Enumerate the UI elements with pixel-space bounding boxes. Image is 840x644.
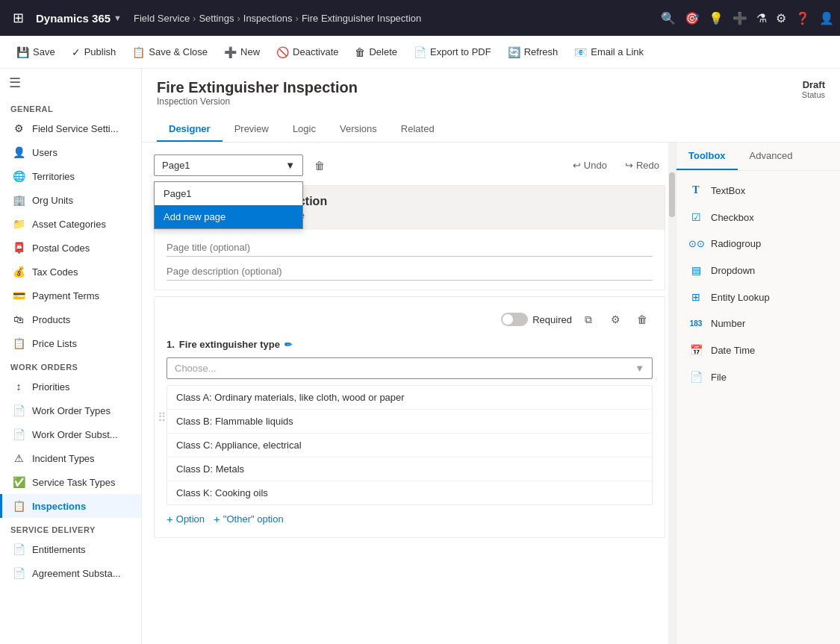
toolbox-tab-toolbox[interactable]: Toolbox xyxy=(676,143,738,170)
sidebar-item-incident-types[interactable]: ⚠Incident Types xyxy=(0,446,141,470)
email-link-button[interactable]: 📧Email a Link xyxy=(567,42,651,63)
toolbox-checkbox[interactable]: ☑ Checkbox xyxy=(676,204,840,231)
record-title: Fire Extinguisher Inspection xyxy=(157,79,358,96)
save-close-button[interactable]: 📋Save & Close xyxy=(125,42,215,63)
designer-area: Page1 ▼ Page1 Add new page 🗑 xyxy=(142,143,840,644)
top-navigation: ⊞ Dynamics 365 ▼ Field Service › Setting… xyxy=(0,0,840,36)
page-title-input[interactable] xyxy=(167,239,653,257)
idea-icon[interactable]: 💡 xyxy=(709,11,724,25)
sidebar-item-price-lists[interactable]: 📋Price Lists xyxy=(0,331,141,355)
sidebar-item-users[interactable]: 👤Users xyxy=(0,140,141,164)
save-button[interactable]: 💾Save xyxy=(9,42,63,63)
sidebar-item-work-order-types[interactable]: 📄Work Order Types xyxy=(0,398,141,422)
app-name[interactable]: Dynamics 365 ▼ xyxy=(36,12,122,25)
refresh-button[interactable]: 🔄Refresh xyxy=(500,42,566,63)
filter-icon[interactable]: ⚗ xyxy=(756,11,767,25)
redo-icon: ↪ xyxy=(625,160,633,171)
toolbox-dropdown[interactable]: ▤ Dropdown xyxy=(676,257,840,284)
sidebar-item-field-service-settings[interactable]: ⚙Field Service Setti... xyxy=(0,116,141,140)
sidebar-item-postal-codes[interactable]: 📮Postal Codes xyxy=(0,236,141,260)
toolbox-radiogroup[interactable]: ⊙⊙ Radiogroup xyxy=(676,231,840,257)
breadcrumb-settings[interactable]: Settings xyxy=(199,13,234,24)
radiogroup-icon: ⊙⊙ xyxy=(688,238,703,249)
add-option-button[interactable]: + Option xyxy=(167,513,205,525)
sidebar-item-payment-terms[interactable]: 💳Payment Terms xyxy=(0,284,141,307)
sidebar-item-service-task-types[interactable]: ✅Service Task Types xyxy=(0,470,141,494)
tabs: Designer Preview Logic Versions Related xyxy=(157,117,825,142)
question-block: ⠿ Required ⧉ ⚙ 🗑 1. Fire xyxy=(154,296,665,538)
option-item: Class D: Metals xyxy=(167,457,652,481)
tab-related[interactable]: Related xyxy=(389,117,447,142)
content-area: Fire Extinguisher Inspection Inspection … xyxy=(142,69,840,644)
edit-question-icon[interactable]: ✏ xyxy=(284,340,292,350)
search-icon[interactable]: 🔍 xyxy=(661,11,676,25)
toolbox-entity-lookup[interactable]: ⊞ Entity Lookup xyxy=(676,284,840,310)
tab-designer[interactable]: Designer xyxy=(157,117,223,142)
tab-preview[interactable]: Preview xyxy=(223,117,281,142)
sidebar-item-org-units[interactable]: 🏢Org Units xyxy=(0,188,141,212)
redo-button[interactable]: ↪ Redo xyxy=(619,157,665,174)
undo-icon: ↩ xyxy=(573,160,581,171)
tab-logic[interactable]: Logic xyxy=(281,117,328,142)
new-button[interactable]: ➕New xyxy=(217,42,267,63)
toolbox-textbox[interactable]: T TextBox xyxy=(676,177,840,204)
sidebar-item-inspections[interactable]: 📋Inspections xyxy=(0,494,141,518)
option-item: Class A: Ordinary materials, like cloth,… xyxy=(167,386,652,410)
sidebar-item-work-order-subst[interactable]: 📄Work Order Subst... xyxy=(0,422,141,446)
sidebar-item-asset-categories[interactable]: 📁Asset Categories xyxy=(0,212,141,236)
module-link[interactable]: Field Service xyxy=(134,13,190,24)
drag-handle[interactable]: ⠿ xyxy=(158,410,167,425)
required-toggle-switch[interactable] xyxy=(501,313,528,326)
add-other-option-button[interactable]: + "Other" option xyxy=(214,513,284,525)
page-option-add[interactable]: Add new page xyxy=(155,205,302,228)
add-option-plus-icon: + xyxy=(167,513,173,525)
required-label: Required xyxy=(532,314,572,325)
toolbox-number[interactable]: 183 Number xyxy=(676,310,840,337)
toolbox-items: T TextBox ☑ Checkbox ⊙⊙ Radiogroup ▤ Dro… xyxy=(676,171,840,396)
undo-button[interactable]: ↩ Undo xyxy=(567,157,613,174)
question-label: 1. Fire extinguisher type ✏ xyxy=(167,339,653,350)
breadcrumb-inspections[interactable]: Inspections xyxy=(243,13,293,24)
canvas-scrollbar[interactable] xyxy=(668,143,676,644)
textbox-icon: T xyxy=(688,184,703,196)
waffle-menu[interactable]: ⊞ xyxy=(6,6,30,30)
toolbox-tabs: Toolbox Advanced xyxy=(676,143,840,171)
option-item: Class C: Appliance, electrical xyxy=(167,434,652,457)
sidebar-item-priorities[interactable]: ↕Priorities xyxy=(0,375,141,398)
breadcrumb: Field Service › Settings › Inspections ›… xyxy=(134,13,421,24)
sidebar-item-entitlements[interactable]: 📄Entitlements xyxy=(0,537,141,561)
sidebar-toggle[interactable]: ☰ xyxy=(0,69,141,97)
settings-icon[interactable]: ⚙ xyxy=(776,11,786,25)
add-other-plus-icon: + xyxy=(214,513,220,525)
status-sublabel: Status xyxy=(802,90,825,99)
toolbox-file[interactable]: 📄 File xyxy=(676,363,840,390)
export-pdf-button[interactable]: 📄Export to PDF xyxy=(406,42,499,63)
tab-versions[interactable]: Versions xyxy=(328,117,389,142)
user-icon[interactable]: 👤 xyxy=(819,11,834,25)
help-icon[interactable]: ❓ xyxy=(795,11,810,25)
deactivate-button[interactable]: 🚫Deactivate xyxy=(269,42,346,63)
sidebar-item-tax-codes[interactable]: 💰Tax Codes xyxy=(0,260,141,284)
page-option-page1[interactable]: Page1 xyxy=(155,182,302,205)
toolbox-panel: Toolbox Advanced T TextBox ☑ Checkbox ⊙⊙… xyxy=(676,143,840,644)
sidebar-section-general: General xyxy=(0,97,141,116)
settings-question-button[interactable]: ⚙ xyxy=(605,309,626,330)
sidebar-item-agreement-subst[interactable]: 📄Agreement Substa... xyxy=(0,561,141,585)
delete-button[interactable]: 🗑Delete xyxy=(347,42,405,63)
add-icon[interactable]: ➕ xyxy=(732,11,747,25)
sidebar-item-territories[interactable]: 🌐Territories xyxy=(0,164,141,188)
page-desc-input[interactable] xyxy=(167,263,653,281)
question-dropdown-select[interactable]: Choose... ▼ xyxy=(167,357,653,379)
sidebar-item-products[interactable]: 🛍Products xyxy=(0,307,141,331)
sidebar: ☰ General ⚙Field Service Setti... 👤Users… xyxy=(0,69,142,644)
copy-question-button[interactable]: ⧉ xyxy=(578,309,599,330)
page-dropdown[interactable]: Page1 ▼ xyxy=(154,154,303,176)
required-toggle: Required xyxy=(501,313,572,326)
delete-page-button[interactable]: 🗑 xyxy=(309,155,330,176)
publish-button[interactable]: ✓Publish xyxy=(64,42,124,63)
toolbox-tab-advanced[interactable]: Advanced xyxy=(738,143,805,170)
target-icon[interactable]: 🎯 xyxy=(685,11,700,25)
delete-question-button[interactable]: 🗑 xyxy=(632,309,653,330)
toolbox-datetime[interactable]: 📅 Date Time xyxy=(676,337,840,363)
option-item: Class K: Cooking oils xyxy=(167,481,652,504)
